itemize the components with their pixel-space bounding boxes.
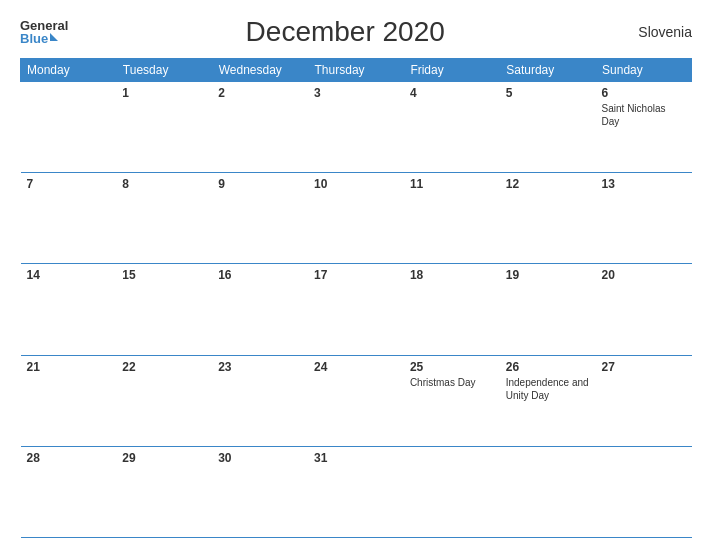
- calendar-cell: 6Saint Nicholas Day: [596, 82, 692, 173]
- calendar-cell: 2: [212, 82, 308, 173]
- calendar-week-row: 123456Saint Nicholas Day: [21, 82, 692, 173]
- cell-date-number: 17: [314, 268, 398, 282]
- calendar-header-row: Monday Tuesday Wednesday Thursday Friday…: [21, 59, 692, 82]
- calendar-cell: 24: [308, 355, 404, 446]
- calendar-cell: 4: [404, 82, 500, 173]
- cell-event-label: Independence and Unity Day: [506, 376, 590, 402]
- calendar-cell: 26Independence and Unity Day: [500, 355, 596, 446]
- cell-date-number: 1: [122, 86, 206, 100]
- calendar-week-row: 2122232425Christmas Day26Independence an…: [21, 355, 692, 446]
- calendar-cell: 16: [212, 264, 308, 355]
- calendar-cell: [21, 82, 117, 173]
- cell-date-number: 15: [122, 268, 206, 282]
- calendar-cell: [596, 446, 692, 537]
- cell-date-number: 12: [506, 177, 590, 191]
- cell-date-number: 2: [218, 86, 302, 100]
- cell-date-number: 16: [218, 268, 302, 282]
- calendar-cell: 30: [212, 446, 308, 537]
- calendar-cell: 25Christmas Day: [404, 355, 500, 446]
- calendar-cell: [404, 446, 500, 537]
- cell-date-number: 6: [602, 86, 686, 100]
- calendar-cell: 27: [596, 355, 692, 446]
- calendar-title: December 2020: [246, 16, 445, 48]
- calendar-week-row: 78910111213: [21, 173, 692, 264]
- cell-date-number: 4: [410, 86, 494, 100]
- calendar-week-row: 28293031: [21, 446, 692, 537]
- calendar-cell: 17: [308, 264, 404, 355]
- calendar-table: Monday Tuesday Wednesday Thursday Friday…: [20, 58, 692, 538]
- calendar-cell: 18: [404, 264, 500, 355]
- cell-event-label: Saint Nicholas Day: [602, 102, 686, 128]
- cell-date-number: 25: [410, 360, 494, 374]
- col-monday: Monday: [21, 59, 117, 82]
- calendar-cell: 28: [21, 446, 117, 537]
- cell-date-number: 27: [602, 360, 686, 374]
- calendar-cell: 15: [116, 264, 212, 355]
- calendar-cell: 10: [308, 173, 404, 264]
- calendar-cell: 23: [212, 355, 308, 446]
- cell-date-number: 13: [602, 177, 686, 191]
- col-friday: Friday: [404, 59, 500, 82]
- col-saturday: Saturday: [500, 59, 596, 82]
- calendar-cell: 20: [596, 264, 692, 355]
- calendar-cell: [500, 446, 596, 537]
- calendar-cell: 9: [212, 173, 308, 264]
- cell-date-number: 31: [314, 451, 398, 465]
- cell-date-number: 3: [314, 86, 398, 100]
- cell-date-number: 20: [602, 268, 686, 282]
- cell-date-number: 26: [506, 360, 590, 374]
- cell-date-number: 30: [218, 451, 302, 465]
- cell-date-number: 29: [122, 451, 206, 465]
- logo: General Blue: [20, 19, 68, 45]
- calendar-cell: 31: [308, 446, 404, 537]
- calendar-header: General Blue December 2020 Slovenia: [20, 16, 692, 48]
- calendar-cell: 11: [404, 173, 500, 264]
- calendar-cell: 14: [21, 264, 117, 355]
- cell-date-number: 24: [314, 360, 398, 374]
- cell-date-number: 9: [218, 177, 302, 191]
- cell-date-number: 28: [27, 451, 111, 465]
- calendar-cell: 19: [500, 264, 596, 355]
- col-thursday: Thursday: [308, 59, 404, 82]
- cell-date-number: 19: [506, 268, 590, 282]
- calendar-cell: 29: [116, 446, 212, 537]
- calendar-cell: 22: [116, 355, 212, 446]
- logo-triangle-icon: [50, 33, 58, 41]
- calendar-week-row: 14151617181920: [21, 264, 692, 355]
- calendar-cell: 21: [21, 355, 117, 446]
- cell-date-number: 21: [27, 360, 111, 374]
- col-wednesday: Wednesday: [212, 59, 308, 82]
- cell-date-number: 18: [410, 268, 494, 282]
- cell-date-number: 5: [506, 86, 590, 100]
- cell-date-number: 7: [27, 177, 111, 191]
- calendar-cell: 12: [500, 173, 596, 264]
- calendar-cell: 13: [596, 173, 692, 264]
- cell-event-label: Christmas Day: [410, 376, 494, 389]
- calendar-cell: 3: [308, 82, 404, 173]
- calendar-cell: 7: [21, 173, 117, 264]
- cell-date-number: 11: [410, 177, 494, 191]
- calendar-cell: 1: [116, 82, 212, 173]
- calendar-cell: 5: [500, 82, 596, 173]
- cell-date-number: 23: [218, 360, 302, 374]
- calendar-cell: 8: [116, 173, 212, 264]
- cell-date-number: 8: [122, 177, 206, 191]
- cell-date-number: 22: [122, 360, 206, 374]
- cell-date-number: 10: [314, 177, 398, 191]
- country-label: Slovenia: [622, 24, 692, 40]
- calendar-page: General Blue December 2020 Slovenia Mond…: [0, 0, 712, 550]
- col-sunday: Sunday: [596, 59, 692, 82]
- cell-date-number: 14: [27, 268, 111, 282]
- logo-blue-text: Blue: [20, 32, 58, 45]
- col-tuesday: Tuesday: [116, 59, 212, 82]
